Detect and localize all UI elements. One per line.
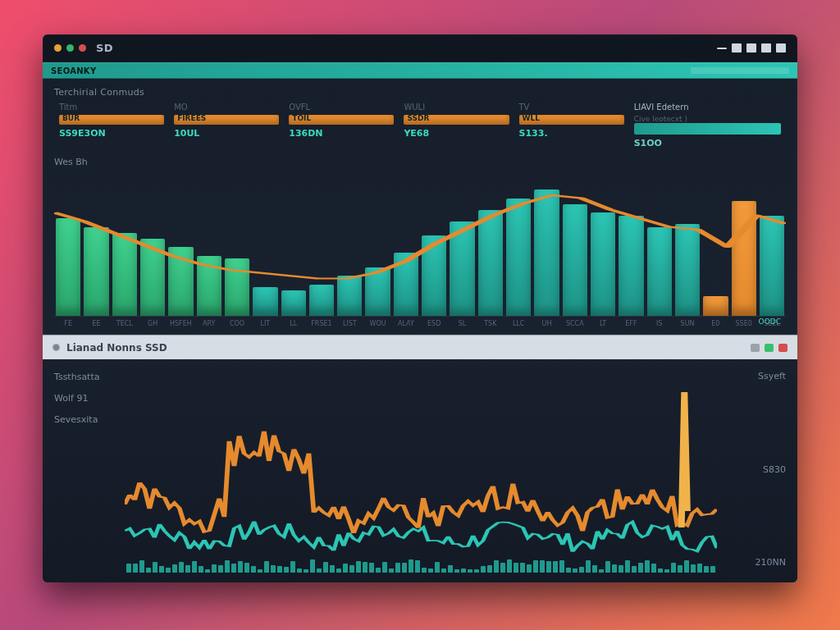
bar-17 [534, 189, 559, 316]
mini-bar [494, 560, 499, 573]
mini-bar [454, 569, 459, 573]
window-controls[interactable] [717, 43, 786, 52]
mini-bar [579, 567, 584, 573]
restore-icon[interactable] [732, 43, 742, 52]
left-labels: Tssthsatta Wolf 91 Sevesxita [54, 368, 113, 573]
bar-4 [168, 247, 193, 316]
mini-bar [691, 564, 696, 573]
x-label-8: LL [281, 320, 306, 327]
x-label-1: EE [84, 320, 108, 327]
mini-bar [356, 561, 361, 573]
sub-window-titlebar[interactable]: Lianad Nonns SSD [43, 335, 797, 359]
bar-18 [563, 204, 587, 317]
mini-bar [461, 568, 466, 573]
mini-bar [448, 565, 453, 573]
x-label-20: EFF [619, 320, 643, 327]
minimize-dot[interactable] [54, 44, 62, 52]
square-icon[interactable] [746, 43, 756, 52]
mini-bar [264, 561, 269, 573]
chart-title: Wes Bh [54, 157, 786, 167]
mini-bar [244, 563, 249, 573]
mini-bar [468, 569, 472, 573]
min-icon[interactable] [751, 344, 760, 352]
mini-bar [231, 564, 236, 573]
mini-bar [363, 562, 368, 573]
bar-16 [506, 199, 531, 317]
mini-bar [238, 561, 243, 573]
mini-bar [599, 569, 604, 573]
line-chart-svg [125, 368, 717, 573]
mini-bar [566, 568, 571, 573]
mini-bar [218, 565, 223, 573]
mini-bar [520, 563, 525, 573]
bar-chart-panel: Wes Bh FEEETECLGHHSFEHARYCOOLITLLFRSE1LI… [43, 150, 797, 334]
mini-bar [586, 560, 591, 573]
square-icon-3[interactable] [776, 43, 786, 52]
mini-bar [592, 565, 597, 573]
window-traffic-lights[interactable] [54, 44, 86, 52]
bar-14 [450, 221, 474, 317]
x-label-13: ESD [422, 320, 446, 327]
mini-bar [409, 559, 413, 573]
x-label-19: LT [591, 320, 615, 327]
record-dot-icon[interactable] [52, 344, 60, 351]
mini-bar [540, 560, 545, 573]
metric-4: TVWLLS133. [514, 103, 629, 148]
mini-bar [153, 562, 158, 573]
mini-bar [159, 566, 164, 573]
x-label-2: TECL [112, 320, 137, 327]
window-title: SD [96, 42, 113, 54]
mini-bar [192, 561, 197, 573]
x-label-21: IS [647, 320, 672, 327]
monitor-window: SD SEOANKY Terchirial Conmuds TitmBURSS9… [43, 34, 797, 582]
metric-label: Titm [59, 103, 164, 112]
close-icon[interactable] [778, 344, 788, 352]
titlebar[interactable]: SD [43, 34, 797, 62]
bar-20 [619, 216, 643, 317]
bar-3 [140, 239, 165, 317]
live-label: LIAVI Edetern [634, 103, 781, 112]
metric-bar: SSDR [404, 115, 509, 125]
line-chart [125, 368, 717, 573]
mini-bar [172, 564, 177, 573]
status-strip: SEOANKY [43, 62, 797, 79]
min-icon[interactable] [717, 48, 727, 49]
mini-bar [612, 564, 617, 573]
metrics-row: TitmBURSS9E3ONMOFIREES10ULOVFLTOIL136DNW… [43, 103, 797, 150]
right-label-2: 210NN [728, 557, 786, 568]
mini-bar [533, 560, 538, 573]
metric-label: WULI [404, 103, 509, 112]
mini-bar [632, 566, 637, 573]
mini-bar [369, 563, 374, 573]
mini-bar [185, 565, 190, 573]
mini-bar [678, 565, 682, 573]
close-dot[interactable] [79, 44, 86, 52]
bar-5 [197, 256, 221, 317]
mini-bars [125, 558, 717, 573]
mini-bar [402, 563, 407, 573]
square-icon-2[interactable] [761, 43, 771, 52]
bar-6 [225, 258, 249, 316]
metric-0: TitmBURSS9E3ON [54, 103, 169, 148]
mini-bar [343, 564, 348, 573]
right-label-0: Ssyeft [728, 371, 786, 381]
mini-bar [284, 567, 289, 573]
x-label-15: TSK [478, 320, 503, 327]
maximize-dot[interactable] [66, 44, 74, 52]
mini-bar [126, 564, 131, 573]
mini-bar [212, 564, 217, 573]
metric-bar: WLL [519, 115, 624, 125]
mini-bar [474, 569, 479, 573]
mini-bar [435, 562, 440, 573]
x-label-10: LIST [337, 320, 362, 327]
mini-bar [500, 563, 505, 573]
ok-icon[interactable] [765, 344, 774, 352]
mini-bar [258, 569, 262, 573]
metric-3: WULISSDRYE68 [399, 103, 514, 148]
metric-bar: BUR [59, 115, 164, 125]
sub-window-controls[interactable] [751, 344, 788, 352]
mini-bar [146, 568, 151, 573]
bar-22 [675, 224, 700, 316]
mini-bar [651, 564, 656, 573]
mini-bar [507, 559, 512, 573]
